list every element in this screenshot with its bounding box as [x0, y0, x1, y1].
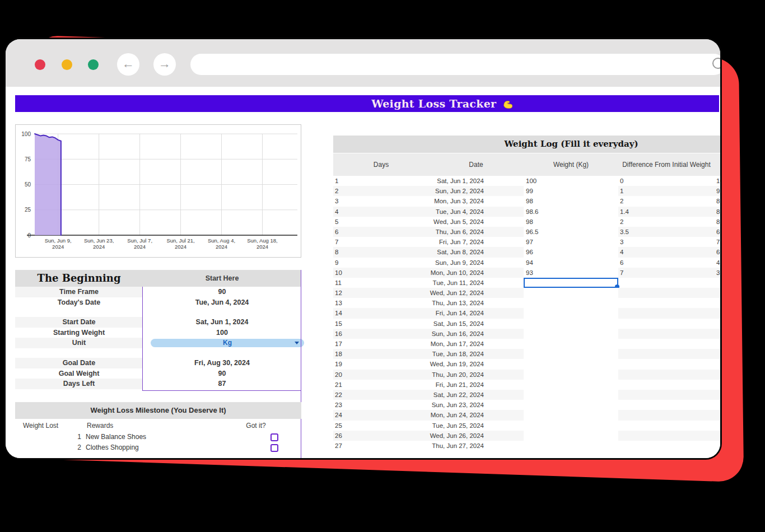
date-cell[interactable]: Sun, Jun 2, 2024 — [397, 186, 484, 196]
difference-cell[interactable]: 1.4 — [620, 207, 665, 217]
traffic-light-close-button[interactable] — [35, 59, 45, 70]
weight-cell[interactable] — [524, 339, 618, 349]
date-cell[interactable]: Thu, Jun 13, 2024 — [397, 298, 484, 308]
difference-cell[interactable]: 4 — [620, 247, 665, 257]
difference-cell[interactable] — [620, 298, 665, 308]
weight-left-cell[interactable]: 6.5 — [716, 227, 720, 237]
weight-left-cell[interactable] — [716, 400, 720, 410]
date-cell[interactable]: Sun, Jun 9, 2024 — [397, 258, 484, 268]
date-cell[interactable]: Mon, Jun 3, 2024 — [397, 196, 484, 206]
day-cell[interactable]: 17 — [335, 339, 357, 349]
got-it-checkbox[interactable] — [270, 444, 278, 452]
back-button[interactable]: ← — [117, 53, 139, 76]
weight-left-cell[interactable] — [716, 431, 720, 441]
day-cell[interactable]: 19 — [335, 359, 357, 369]
difference-cell[interactable]: 2 — [620, 196, 665, 206]
difference-cell[interactable] — [620, 380, 665, 390]
weight-cell[interactable]: 96 — [524, 247, 618, 257]
date-cell[interactable]: Tue, Jun 18, 2024 — [397, 349, 484, 359]
weight-left-cell[interactable] — [716, 339, 720, 349]
field-value-cell[interactable]: 90 — [143, 287, 301, 297]
day-cell[interactable]: 22 — [335, 390, 357, 400]
weight-cell[interactable] — [524, 349, 618, 359]
difference-cell[interactable]: 2 — [620, 217, 665, 227]
date-cell[interactable]: Thu, Jun 20, 2024 — [397, 370, 484, 380]
weight-cell[interactable] — [524, 410, 618, 420]
day-cell[interactable]: 16 — [335, 329, 357, 339]
weight-cell[interactable] — [524, 441, 618, 451]
day-cell[interactable]: 25 — [335, 421, 357, 431]
date-cell[interactable]: Wed, Jun 19, 2024 — [397, 359, 484, 369]
date-cell[interactable]: Thu, Jun 6, 2024 — [397, 227, 484, 237]
weight-chart[interactable]: 0255075100Sun, Jun 9,2024Sun, Jun 23,202… — [15, 124, 301, 258]
weight-cell[interactable] — [524, 278, 618, 288]
day-cell[interactable]: 14 — [335, 308, 357, 318]
weight-cell[interactable]: 93 — [524, 268, 618, 278]
weight-left-cell[interactable]: 8.6 — [716, 207, 720, 217]
date-cell[interactable]: Tue, Jun 4, 2024 — [397, 207, 484, 217]
date-cell[interactable]: Sat, Jun 22, 2024 — [397, 390, 484, 400]
weight-left-cell[interactable] — [716, 359, 720, 369]
weight-cell[interactable] — [524, 308, 618, 318]
day-cell[interactable]: 24 — [335, 410, 357, 420]
difference-cell[interactable]: 6 — [620, 258, 665, 268]
difference-cell[interactable]: 0 — [620, 176, 665, 186]
weight-left-cell[interactable] — [716, 390, 720, 400]
weight-cell[interactable]: 98 — [524, 196, 618, 206]
date-cell[interactable]: Sat, Jun 8, 2024 — [397, 247, 484, 257]
weight-left-cell[interactable]: 10 — [716, 176, 720, 186]
date-cell[interactable]: Thu, Jun 27, 2024 — [397, 441, 484, 451]
date-cell[interactable]: Fri, Jun 7, 2024 — [397, 237, 484, 247]
weight-left-cell[interactable] — [716, 380, 720, 390]
date-cell[interactable]: Tue, Jun 25, 2024 — [397, 421, 484, 431]
weight-left-cell[interactable] — [716, 410, 720, 420]
difference-cell[interactable] — [620, 278, 665, 288]
address-bar[interactable] — [190, 54, 720, 75]
field-value-cell[interactable]: 87 — [143, 379, 301, 389]
date-cell[interactable]: Fri, Jun 21, 2024 — [397, 380, 484, 390]
weight-cell[interactable] — [524, 359, 618, 369]
day-cell[interactable]: 5 — [335, 217, 357, 227]
day-cell[interactable]: 15 — [335, 319, 357, 329]
date-cell[interactable]: Mon, Jun 17, 2024 — [397, 339, 484, 349]
day-cell[interactable]: 4 — [335, 207, 357, 217]
weight-cell[interactable]: 99 — [524, 186, 618, 196]
weight-cell[interactable] — [524, 390, 618, 400]
day-cell[interactable]: 3 — [335, 196, 357, 206]
difference-cell[interactable]: 3.5 — [620, 227, 665, 237]
weight-cell[interactable]: 94 — [524, 258, 618, 268]
weight-cell[interactable] — [524, 421, 618, 431]
difference-cell[interactable] — [620, 431, 665, 441]
difference-cell[interactable] — [620, 349, 665, 359]
weight-left-cell[interactable] — [716, 349, 720, 359]
weight-cell[interactable] — [524, 298, 618, 308]
day-cell[interactable]: 20 — [335, 370, 357, 380]
got-it-checkbox[interactable] — [270, 433, 278, 441]
difference-cell[interactable] — [620, 441, 665, 451]
weight-cell[interactable] — [524, 431, 618, 441]
weight-left-cell[interactable] — [716, 308, 720, 318]
difference-cell[interactable] — [620, 288, 665, 298]
day-cell[interactable]: 12 — [335, 288, 357, 298]
date-cell[interactable]: Wed, Jun 5, 2024 — [397, 217, 484, 227]
weight-left-cell[interactable] — [716, 278, 720, 288]
difference-cell[interactable] — [620, 421, 665, 431]
weight-left-cell[interactable]: 4 — [716, 258, 720, 268]
day-cell[interactable]: 26 — [335, 431, 357, 441]
day-cell[interactable]: 6 — [335, 227, 357, 237]
weight-cell[interactable] — [524, 370, 618, 380]
traffic-light-minimize-button[interactable] — [62, 59, 72, 70]
date-cell[interactable]: Sun, Jun 23, 2024 — [397, 400, 484, 410]
unit-dropdown-pill[interactable]: Kg — [151, 339, 304, 347]
difference-cell[interactable] — [620, 308, 665, 318]
date-cell[interactable]: Wed, Jun 12, 2024 — [397, 288, 484, 298]
day-cell[interactable]: 9 — [335, 258, 357, 268]
weight-left-cell[interactable] — [716, 370, 720, 380]
traffic-light-maximize-button[interactable] — [88, 59, 99, 70]
weight-cell[interactable]: 98.6 — [524, 207, 618, 217]
day-cell[interactable]: 8 — [335, 247, 357, 257]
weight-left-cell[interactable]: 7 — [716, 237, 720, 247]
difference-cell[interactable] — [620, 370, 665, 380]
difference-cell[interactable] — [620, 339, 665, 349]
day-cell[interactable]: 13 — [335, 298, 357, 308]
